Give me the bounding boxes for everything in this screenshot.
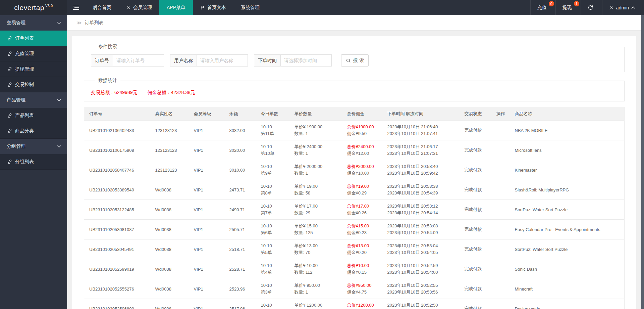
cell-order-no: UB2310102052506800	[84, 299, 152, 309]
cell-real-name: 123123123	[152, 160, 191, 180]
cell-today-orders: 10-10 第5单	[258, 239, 291, 259]
admin-menu[interactable]: admin	[602, 0, 644, 15]
content-card: 条件搜索 订单号 用户名称 下单时间 搜 索	[72, 36, 636, 309]
sidebar-item-order-list[interactable]: 订单列表	[0, 31, 67, 46]
cell-today-orders: 10-10 第2单	[258, 299, 291, 309]
cell-balance: 2523.96	[226, 279, 258, 299]
col-order-unfreeze-time: 下单时间 解冻时间	[384, 107, 461, 121]
sidebar-group-grouping[interactable]: 分组管理	[0, 139, 67, 154]
cell-actions	[493, 200, 512, 220]
order-time-input[interactable]	[281, 54, 332, 67]
chevron-up-icon	[631, 6, 635, 9]
username-filter: 用户名称	[170, 54, 248, 67]
order-table: 订单号 真实姓名 会员等级 余额 今日单数 单价数量 总价佣金 下单时间 解冻时…	[84, 107, 625, 309]
cell-unit-qty: 单价¥ 13.00 数量: 70	[291, 239, 344, 259]
total-amount-label: 交易总额：	[91, 90, 114, 95]
cell-product-name: Microsoft lens	[512, 140, 625, 160]
sidebar-item-withdraw-management[interactable]: 提现管理	[0, 61, 67, 77]
search-icon	[346, 58, 351, 63]
cell-order-no: UB2310102053122485	[84, 200, 152, 220]
cell-actions	[493, 140, 512, 160]
col-today-orders: 今日单数	[258, 107, 291, 121]
cell-balance: 2490.71	[226, 200, 258, 220]
cell-real-name: Wd0038	[152, 299, 191, 309]
username-label: 用户名称	[170, 54, 197, 67]
cell-today-orders: 10-10 第10单	[258, 140, 291, 160]
cell-trade-status: 完成付款	[461, 259, 493, 279]
cell-member-level: VIP1	[191, 200, 226, 220]
main-content: ≫ 订单列表 条件搜索 订单号 用户名称 下单时间	[67, 15, 641, 309]
cell-product-name: SortPuz: Water Sort Puzzle	[512, 200, 625, 220]
withdraw-button[interactable]: 提现 1	[555, 0, 581, 15]
cell-actions	[493, 279, 512, 299]
cell-member-level: VIP1	[191, 160, 226, 180]
nav-member-management[interactable]: 会员管理	[119, 0, 159, 15]
sidebar-item-goods-category[interactable]: 商品分类	[0, 123, 67, 139]
cell-member-level: VIP1	[191, 140, 226, 160]
table-header-row: 订单号 真实姓名 会员等级 余额 今日单数 单价数量 总价佣金 下单时间 解冻时…	[84, 107, 625, 121]
cell-order-no: UB2310102106402433	[84, 121, 152, 140]
cell-trade-status: 完成付款	[461, 299, 493, 309]
table-row: UB2310102052555276 Wd0038 VIP1 2523.96 1…	[84, 279, 625, 299]
top-nav: 后台首页 会员管理 APP菜单 首页文本 系统管理	[85, 0, 267, 15]
cell-unit-qty: 单价¥ 17.00 数量: 29	[291, 200, 344, 220]
cell-trade-status: 完成付款	[461, 121, 493, 140]
cell-order-no: UB2310102053045491	[84, 239, 152, 259]
cell-real-name: Wd0038	[152, 180, 191, 200]
cell-real-name: Wd0038	[152, 239, 191, 259]
search-button[interactable]: 搜 索	[341, 54, 369, 67]
cell-actions	[493, 299, 512, 309]
col-actions: 操作	[493, 107, 512, 121]
chevron-down-icon	[57, 21, 61, 24]
sidebar-collapse-button[interactable]	[67, 0, 85, 15]
col-real-name: 真实姓名	[152, 107, 191, 121]
cell-product-name: Sonic Dash	[512, 259, 625, 279]
cell-balance: 2473.71	[226, 180, 258, 200]
cell-product-name: SortPuz: Water Sort Puzzle	[512, 239, 625, 259]
cell-actions	[493, 220, 512, 239]
cell-member-level: VIP1	[191, 121, 226, 140]
col-product-name: 商品名称	[512, 107, 625, 121]
recharge-button[interactable]: 充值 0	[530, 0, 555, 15]
sidebar-group-trade[interactable]: 交易管理	[0, 15, 67, 31]
cell-real-name: Wd0038	[152, 279, 191, 299]
recharge-badge: 0	[549, 1, 554, 6]
col-trade-status: 交易状态	[461, 107, 493, 121]
cell-member-level: VIP1	[191, 220, 226, 239]
sidebar-item-recharge-management[interactable]: 充值管理	[0, 46, 67, 61]
commission-total-label: 佣金总额：	[147, 90, 171, 95]
flag-icon	[200, 5, 205, 10]
nav-system-management[interactable]: 系统管理	[233, 0, 267, 15]
cell-actions	[493, 160, 512, 180]
col-member-level: 会员等级	[191, 107, 226, 121]
cell-trade-status: 完成付款	[461, 200, 493, 220]
table-row: UB2310102053081087 Wd0038 VIP1 2505.71 1…	[84, 220, 625, 239]
sidebar-item-product-list[interactable]: 产品列表	[0, 108, 67, 123]
nav-backend-home[interactable]: 后台首页	[85, 0, 119, 15]
nav-app-menu[interactable]: APP菜单	[159, 0, 193, 15]
cell-member-level: VIP1	[191, 180, 226, 200]
refresh-button[interactable]	[581, 0, 602, 15]
cell-today-orders: 10-10 第9单	[258, 160, 291, 180]
cell-real-name: Wd0038	[152, 200, 191, 220]
col-total-commission: 总价佣金	[344, 107, 384, 121]
cell-balance: 2518.71	[226, 239, 258, 259]
order-no-input[interactable]	[113, 54, 164, 67]
cell-times: 2023年10月10日 21:06:17 2023年10月10日 21:07:3…	[384, 140, 461, 160]
stats-legend: 数据统计	[95, 78, 120, 84]
withdraw-badge: 1	[574, 1, 579, 6]
username-input[interactable]	[197, 54, 248, 67]
table-row: UB2310102052506800 Wd0038 VIP1 2517.96 1…	[84, 299, 625, 309]
link-icon	[7, 67, 12, 72]
cell-unit-qty: 单价¥ 2000.00 数量: 1	[291, 160, 344, 180]
sidebar-item-group-list[interactable]: 分组列表	[0, 154, 67, 170]
sidebar-group-product[interactable]: 产品管理	[0, 92, 67, 108]
nav-home-text[interactable]: 首页文本	[193, 0, 233, 15]
link-icon	[7, 113, 12, 118]
cell-total-commission: 总价¥17.00 佣金¥0.26	[344, 200, 384, 220]
cell-unit-qty: 单价¥ 950.00 数量: 1	[291, 279, 344, 299]
order-time-filter: 下单时间	[254, 54, 332, 67]
user-icon	[609, 5, 614, 10]
vertical-scrollbar[interactable]	[641, 15, 644, 309]
sidebar-item-trade-control[interactable]: 交易控制	[0, 77, 67, 92]
